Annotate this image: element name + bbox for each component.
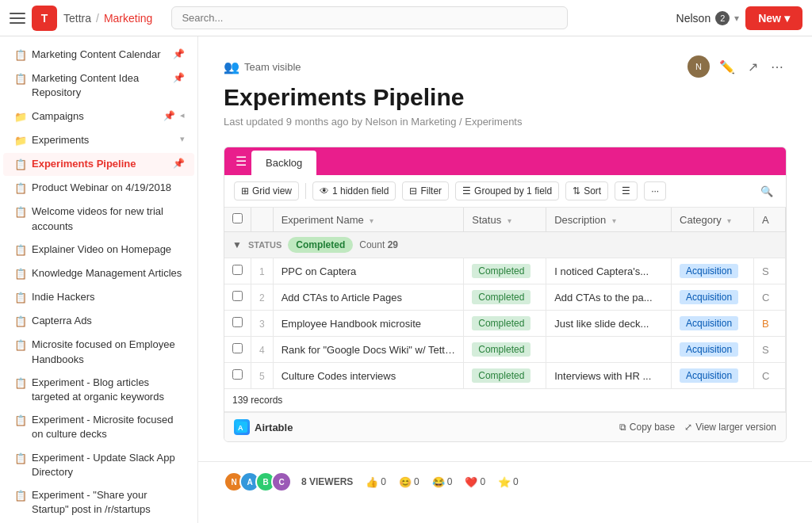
- sidebar-item-knowledge-management[interactable]: 📋 Knowledge Management Articles: [3, 262, 194, 285]
- embed-toolbar: ⊞ Grid view 👁 1 hidden field ⊟ Filter ☰: [224, 175, 786, 208]
- table-row: 4 Rank for "Google Docs Wiki" w/ Tettra …: [224, 337, 786, 363]
- embed-footer: A Airtable ⧉ Copy base ⤢ View larger ver…: [224, 412, 786, 441]
- sidebar-item-experiments-pipeline[interactable]: 📋 Experiments Pipeline 📌: [3, 153, 194, 176]
- sidebar-item-experiment-microsite[interactable]: 📋 Experiment - Microsite focused on cult…: [3, 409, 194, 445]
- cell-status: Completed: [464, 363, 546, 389]
- col-experiment-name-header[interactable]: Experiment Name ▾: [273, 208, 464, 232]
- sidebar-item-product-webinar[interactable]: 📋 Product Webinar on 4/19/2018: [3, 177, 194, 200]
- team-visible-label: 👥 Team visible: [224, 59, 301, 74]
- row-select-checkbox[interactable]: [232, 317, 243, 327]
- more-button[interactable]: ⋯: [768, 56, 787, 78]
- search-input[interactable]: [171, 6, 568, 29]
- airtable-logo-icon: A: [234, 419, 250, 435]
- sidebar-item-experiment-blog[interactable]: 📋 Experiment - Blog articles targeted at…: [3, 372, 194, 408]
- sidebar-item-marketing-content-idea-repository[interactable]: 📋 Marketing Content Idea Repository 📌: [3, 67, 194, 104]
- breadcrumb: Tettra / Marketing: [63, 12, 152, 25]
- cell-name[interactable]: Add CTAs to Article Pages: [273, 284, 464, 311]
- sidebar-item-label: Experiments: [32, 133, 175, 147]
- sidebar-item-explainer-video[interactable]: 📋 Explainer Video on Homepage: [3, 239, 194, 262]
- reaction-star[interactable]: ⭐ 0: [498, 476, 519, 488]
- reaction-laugh[interactable]: 😂 0: [432, 476, 453, 488]
- new-button[interactable]: New ▾: [745, 6, 802, 30]
- pin-icon: 📌: [163, 109, 175, 123]
- sidebar-item-campaigns[interactable]: 📁 Campaigns 📌 ◂: [3, 105, 194, 128]
- group-collapse-arrow[interactable]: ▼: [232, 239, 242, 250]
- sidebar-item-indie-hackers[interactable]: 📋 Indie Hackers: [3, 286, 194, 309]
- share-button[interactable]: ↗: [745, 56, 761, 78]
- smile-icon: 😊: [399, 476, 412, 488]
- reaction-smile[interactable]: 😊 0: [399, 476, 419, 488]
- caret-down-icon: ▾: [180, 133, 185, 145]
- group-count-label: Count 29: [359, 239, 398, 250]
- doc-icon: 📋: [14, 72, 27, 86]
- view-larger-button[interactable]: ⤢ View larger version: [684, 422, 776, 433]
- cell-name[interactable]: Employee Handbook microsite: [273, 311, 464, 337]
- row-select-checkbox[interactable]: [232, 369, 243, 380]
- row-select-checkbox[interactable]: [232, 291, 243, 301]
- hidden-fields-label: 1 hidden field: [332, 185, 389, 197]
- sidebar-item-marketing-content-calendar[interactable]: 📋 Marketing Content Calendar 📌: [3, 44, 194, 67]
- cell-extra: C: [754, 284, 786, 311]
- search-container: [171, 6, 657, 29]
- sidebar-item-welcome-videos[interactable]: 📋 Welcome videos for new trial accounts: [3, 200, 194, 237]
- select-all-checkbox[interactable]: [232, 213, 243, 223]
- row-checkbox[interactable]: [224, 284, 251, 311]
- reaction-thumbsup-count: 0: [381, 476, 386, 487]
- sidebar-item-experiments[interactable]: 📁 Experiments ▾: [3, 129, 194, 152]
- row-select-checkbox[interactable]: [232, 265, 243, 275]
- embed-hamburger-icon[interactable]: ☰: [231, 147, 251, 175]
- row-checkbox[interactable]: [224, 311, 251, 337]
- sort-button[interactable]: ⇅ Sort: [565, 181, 608, 200]
- cell-name[interactable]: Culture Codes interviews: [273, 363, 464, 389]
- page-title: Experiments Pipeline: [224, 84, 787, 111]
- cell-category: Acquisition: [672, 258, 754, 284]
- sidebar-item-experiment-slack[interactable]: 📋 Experiment - Update Slack App Director…: [3, 447, 194, 483]
- sidebar-item-experiment-share[interactable]: 📋 Experiment - "Share your Startup" post…: [3, 484, 194, 521]
- filter-button[interactable]: ⊟ Filter: [402, 181, 449, 200]
- sidebar-item-capterra-ads[interactable]: 📋 Capterra Ads: [3, 310, 194, 333]
- sidebar-item-label: Experiment - "Share your Startup" post i…: [32, 488, 185, 517]
- embed-tab-backlog[interactable]: Backlog: [251, 151, 316, 175]
- copy-icon: ⧉: [619, 422, 626, 433]
- row-checkbox[interactable]: [224, 258, 251, 284]
- hamburger-menu[interactable]: [10, 10, 25, 26]
- row-checkbox[interactable]: [224, 363, 251, 389]
- viewers-count: 8 VIEWERS: [301, 476, 353, 487]
- expand-icon: ⤢: [684, 422, 692, 433]
- content-inner: 👥 Team visible N ✏️ ↗ ⋯ Experiments Pipe…: [198, 36, 812, 461]
- doc-icon: 📋: [14, 414, 27, 428]
- cell-description: Interviews with HR ...: [546, 363, 672, 389]
- col-extra-header[interactable]: A: [754, 208, 786, 232]
- cell-status: Completed: [464, 284, 546, 311]
- cell-name[interactable]: PPC on Captera: [273, 258, 464, 284]
- doc-icon: 📋: [14, 338, 27, 353]
- col-status-header[interactable]: Status ▾: [464, 208, 546, 232]
- view-label: Grid view: [252, 185, 292, 197]
- reaction-heart[interactable]: ❤️ 0: [465, 476, 485, 488]
- col-description-header[interactable]: Description ▾: [546, 208, 672, 232]
- view-dropdown-button[interactable]: ⊞ Grid view: [234, 181, 299, 200]
- star-icon: ⭐: [498, 476, 511, 488]
- fields-button[interactable]: ☰: [615, 181, 638, 200]
- eye-icon: 👁: [320, 185, 329, 197]
- cell-extra: C: [754, 363, 786, 389]
- user-menu[interactable]: Nelson 2 ▾: [676, 11, 740, 25]
- more-options-button[interactable]: ···: [644, 181, 666, 200]
- hidden-fields-button[interactable]: 👁 1 hidden field: [312, 181, 396, 200]
- edit-button[interactable]: ✏️: [716, 56, 738, 78]
- breadcrumb-current[interactable]: Marketing: [104, 12, 152, 25]
- search-button[interactable]: 🔍: [757, 182, 776, 200]
- cell-name[interactable]: Rank for "Google Docs Wiki" w/ Tettra in…: [273, 337, 464, 363]
- doc-icon: 📋: [14, 452, 27, 466]
- row-checkbox[interactable]: [224, 337, 251, 363]
- cell-description: I noticed Captera's...: [546, 258, 672, 284]
- topnav-right: Nelson 2 ▾ New ▾: [676, 6, 802, 30]
- row-select-checkbox[interactable]: [232, 343, 243, 353]
- reaction-thumbsup[interactable]: 👍 0: [366, 476, 386, 488]
- checkbox-header[interactable]: [224, 208, 251, 232]
- breadcrumb-brand[interactable]: Tettra: [63, 12, 91, 25]
- copy-base-button[interactable]: ⧉ Copy base: [619, 422, 675, 433]
- group-button[interactable]: ☰ Grouped by 1 field: [455, 181, 559, 200]
- sidebar-item-microsite-employee[interactable]: 📋 Microsite focused on Employee Handbook…: [3, 334, 194, 370]
- col-category-header[interactable]: Category ▾: [672, 208, 754, 232]
